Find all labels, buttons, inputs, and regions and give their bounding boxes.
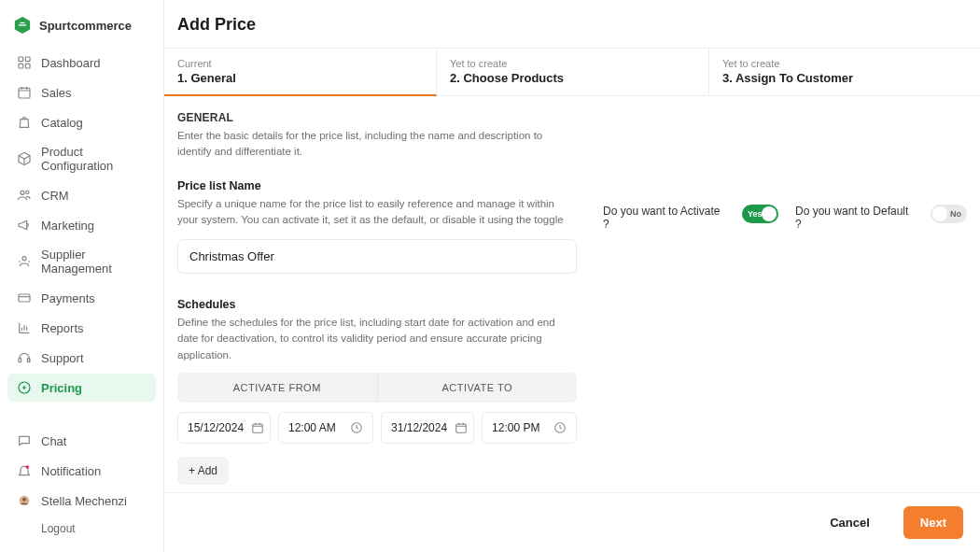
toggles-row: Do you want to Activate ? Yes Do you wan… <box>603 111 967 485</box>
content: GENERAL Enter the basic details for the … <box>164 96 980 492</box>
headset-icon <box>17 350 32 365</box>
default-question: Do you want to Default ? <box>795 205 914 231</box>
pricing-icon <box>17 380 32 395</box>
step-general[interactable]: Current 1. General <box>164 49 437 96</box>
chart-icon <box>17 320 32 335</box>
activate-from-time-input[interactable]: 12:00 AM <box>278 412 373 444</box>
time-value: 12:00 PM <box>492 421 539 434</box>
sidebar-item-label: Marketing <box>41 219 94 233</box>
svg-point-7 <box>22 257 26 261</box>
toggle-label: Yes <box>748 209 763 219</box>
sidebar-item-dashboard[interactable]: Dashboard <box>7 49 156 77</box>
svg-point-6 <box>26 191 29 193</box>
svg-point-12 <box>26 465 29 468</box>
sidebar-item-pricing[interactable]: Pricing <box>7 374 156 402</box>
activate-to-date-input[interactable]: 31/12/2024 <box>381 412 474 444</box>
clock-icon <box>350 421 363 434</box>
steps: Current 1. General Yet to create 2. Choo… <box>164 48 980 96</box>
sidebar-item-label: Dashboard <box>41 56 101 70</box>
svg-rect-15 <box>253 424 263 432</box>
date-value: 15/12/2024 <box>188 421 244 434</box>
sidebar-item-payments[interactable]: Payments <box>7 284 156 312</box>
sidebar-item-label: Stella Mechenzi <box>41 494 127 508</box>
activate-from-date-input[interactable]: 15/12/2024 <box>177 412 271 444</box>
schedules-heading: Schedules <box>177 298 577 311</box>
nav-main: Dashboard Sales Catalog Product Configur… <box>7 49 156 402</box>
main: Add Price Current 1. General Yet to crea… <box>163 0 980 552</box>
logout-link[interactable]: Logout <box>7 517 156 541</box>
sidebar-item-support[interactable]: Support <box>7 344 156 372</box>
sidebar-item-label: Sales <box>41 86 72 100</box>
schedules-help: Define the schedules for the price list,… <box>177 315 577 363</box>
schedules-header: ACTIVATE FROM ACTIVATE TO <box>177 373 577 403</box>
sidebar-item-crm[interactable]: CRM <box>7 181 156 209</box>
svg-rect-8 <box>19 294 30 302</box>
toggle-label: No <box>950 209 961 219</box>
svg-point-5 <box>21 191 24 194</box>
sidebar-item-profile[interactable]: Stella Mechenzi <box>7 487 156 515</box>
svg-rect-4 <box>19 88 30 98</box>
calendar-icon <box>17 85 32 100</box>
svg-rect-2 <box>19 64 23 68</box>
sidebar-item-label: Reports <box>41 321 84 335</box>
svg-rect-9 <box>19 359 21 362</box>
sidebar-item-chat[interactable]: Chat <box>7 427 156 455</box>
step-status: Yet to create <box>450 58 692 69</box>
brand-logo-icon <box>13 15 32 35</box>
time-value: 12:00 AM <box>288 421 336 434</box>
sidebar-item-marketing[interactable]: Marketing <box>7 211 156 239</box>
sidebar-item-label: Payments <box>41 291 95 305</box>
sidebar-item-label: CRM <box>41 189 69 203</box>
package-icon <box>17 151 32 166</box>
brand: Spurtcommerce <box>7 11 156 47</box>
step-label: 1. General <box>177 71 419 85</box>
grid-icon <box>17 55 32 70</box>
nav-bottom: Chat Notification Stella Mechenzi Logout <box>7 427 156 541</box>
avatar-icon <box>17 493 32 508</box>
svg-rect-0 <box>19 57 23 62</box>
sidebar-item-label: Catalog <box>41 116 83 130</box>
step-label: 2. Choose Products <box>450 71 692 85</box>
toggle-knob <box>762 206 777 221</box>
svg-point-14 <box>22 498 26 502</box>
sidebar-item-label: Support <box>41 351 84 365</box>
general-subtext: Enter the basic details for the price li… <box>177 128 577 161</box>
sidebar-item-label: Supplier Management <box>41 248 147 276</box>
activate-to-col: ACTIVATE TO <box>378 373 578 403</box>
add-schedule-button[interactable]: + Add <box>177 457 229 485</box>
activate-question: Do you want to Activate ? <box>603 205 725 231</box>
sidebar-item-reports[interactable]: Reports <box>7 314 156 342</box>
sidebar-item-notification[interactable]: Notification <box>7 457 156 485</box>
sidebar-item-label: Pricing <box>41 381 82 395</box>
activate-to-time-input[interactable]: 12:00 PM <box>482 412 577 444</box>
calendar-icon <box>251 421 264 434</box>
cancel-button[interactable]: Cancel <box>813 506 887 539</box>
step-status: Current <box>177 58 419 69</box>
chat-icon <box>17 433 32 448</box>
date-value: 31/12/2024 <box>391 421 447 434</box>
step-assign-customer[interactable]: Yet to create 3. Assign To Customer <box>709 49 870 95</box>
sidebar-item-product-config[interactable]: Product Configuration <box>7 138 156 179</box>
footer: Cancel Next <box>164 492 980 552</box>
credit-card-icon <box>17 290 32 305</box>
default-toggle[interactable]: No <box>931 205 967 223</box>
clock-icon <box>553 421 567 434</box>
brand-name: Spurtcommerce <box>39 19 132 33</box>
activate-toggle[interactable]: Yes <box>742 205 778 223</box>
general-heading: GENERAL <box>177 111 577 124</box>
schedule-row: 15/12/2024 12:00 AM 31/12/2024 <box>177 412 577 444</box>
step-status: Yet to create <box>722 58 853 69</box>
toggle-knob <box>932 206 947 221</box>
sidebar-item-supplier[interactable]: Supplier Management <box>7 241 156 282</box>
price-list-name-input[interactable] <box>177 239 577 274</box>
sidebar: Spurtcommerce Dashboard Sales Catalog Pr… <box>0 0 163 552</box>
next-button[interactable]: Next <box>903 506 963 539</box>
svg-rect-10 <box>27 359 30 362</box>
svg-rect-3 <box>25 64 30 68</box>
step-choose-products[interactable]: Yet to create 2. Choose Products <box>437 49 709 95</box>
svg-rect-17 <box>456 424 467 432</box>
price-list-name-help: Specify a unique name for the price list… <box>177 196 577 229</box>
page-title: Add Price <box>164 0 980 48</box>
sidebar-item-sales[interactable]: Sales <box>7 78 156 106</box>
sidebar-item-catalog[interactable]: Catalog <box>7 108 156 136</box>
